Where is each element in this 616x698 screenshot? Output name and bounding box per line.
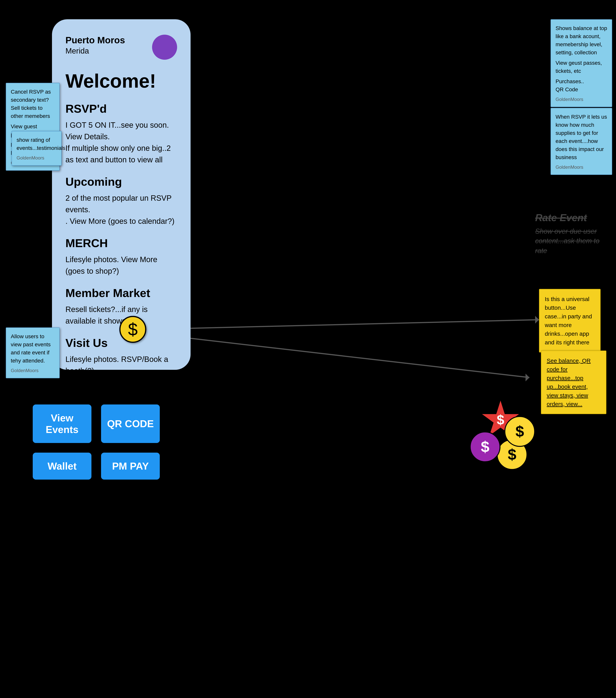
- sticky-note-left-2: show rating of events...testimonials Gol…: [12, 131, 61, 166]
- rate-event-subtitle: Show over due user content...ask them to…: [535, 226, 612, 255]
- sticky-right-1-text1: Shows balance at top like a bank acount,…: [556, 24, 607, 57]
- svg-line-1: [146, 333, 529, 377]
- sticky-yellow-1-text: Is this a universal button...Use case...…: [545, 295, 595, 347]
- view-events-button[interactable]: View Events: [33, 404, 91, 443]
- section-member-market: Member Market Resell tickets?...if any i…: [66, 287, 177, 327]
- sticky-yellow-1: Is this a universal button...Use case...…: [539, 289, 601, 352]
- user-location: Merida: [66, 46, 125, 56]
- section-merch-body: Lifesyle photos. View More (goes to shop…: [66, 254, 177, 277]
- svg-marker-2: [535, 316, 539, 324]
- sticky-note-left-3: Allow users to view past events and rate…: [6, 327, 60, 378]
- section-visit-us-body: Lifesyle photos. RSVP/Book a booth(?): [66, 353, 177, 377]
- section-merch-title: MERCH: [66, 237, 177, 250]
- sticky-right-1-brand: GoldenMoors: [556, 97, 607, 102]
- section-merch: MERCH Lifesyle photos. View More (goes t…: [66, 237, 177, 277]
- sticky-yellow-2: See balance, QR code for purchase...top …: [541, 351, 606, 414]
- section-member-market-title: Member Market: [66, 287, 177, 300]
- purple-coin: $: [470, 431, 501, 462]
- user-name: Puerto Moros: [66, 35, 125, 46]
- section-rsvpd-title: RSVP'd: [66, 102, 177, 115]
- gold-coin-1: $: [504, 416, 535, 447]
- sticky-left-1-text: Cancel RSVP as secondary text? Sell tick…: [11, 88, 55, 120]
- sticky-right-1-text3: Purchases..QR Code: [556, 78, 607, 94]
- qr-code-button[interactable]: QR CODE: [101, 404, 160, 443]
- phone-header-text: Puerto Moros Merida: [66, 35, 125, 56]
- sticky-right-1-text2: View geust passes, tickets, etc: [556, 59, 607, 75]
- section-past-event-recap-title: Past Event Recap: [66, 386, 177, 400]
- pm-pay-button[interactable]: PM PAY: [101, 452, 160, 479]
- section-upcoming: Upcoming 2 of the most popular un RSVP e…: [66, 175, 177, 227]
- sticky-note-right-1: Shows balance at top like a bank acount,…: [550, 19, 612, 107]
- sticky-left-2-text: show rating of events...testimonials: [17, 136, 57, 152]
- section-rsvpd: RSVP'd I GOT 5 ON IT...see you soon. Vie…: [66, 102, 177, 165]
- section-upcoming-title: Upcoming: [66, 175, 177, 189]
- svg-line-0: [146, 320, 539, 329]
- sticky-left-3-brand: GoldenMoors: [11, 368, 55, 373]
- sticky-note-right-2: When RSVP it lets us know how much suppl…: [550, 108, 612, 175]
- coin-cluster: $ $ $ $: [466, 401, 539, 474]
- rate-event-section: Rate Event Show over due user content...…: [535, 212, 612, 255]
- section-rsvpd-body: I GOT 5 ON IT...see you soon. View Detai…: [66, 119, 177, 165]
- bottom-buttons: View Events QR CODE Wallet PM PAY: [33, 404, 160, 479]
- avatar: [152, 35, 177, 60]
- phone-header: Puerto Moros Merida: [66, 35, 177, 60]
- sticky-left-3-text: Allow users to view past events and rate…: [11, 332, 55, 365]
- svg-marker-3: [526, 374, 529, 381]
- wallet-button[interactable]: Wallet: [33, 452, 91, 479]
- sticky-left-2-brand: GoldenMoors: [17, 155, 57, 160]
- welcome-heading: Welcome!: [66, 71, 177, 90]
- sticky-right-2-text: When RSVP it lets us know how much suppl…: [556, 113, 607, 162]
- sticky-yellow-2-text: See balance, QR code for purchase...top …: [547, 356, 601, 408]
- section-visit-us: Visit Us Lifesyle photos. RSVP/Book a bo…: [66, 336, 177, 377]
- rate-event-title: Rate Event: [535, 212, 612, 223]
- section-upcoming-body: 2 of the most popular un RSVP events.. V…: [66, 192, 177, 227]
- dollar-icon: $: [119, 316, 146, 343]
- sticky-right-2-brand: GoldenMoors: [556, 165, 607, 170]
- section-visit-us-title: Visit Us: [66, 336, 177, 350]
- phone-card: Puerto Moros Merida Welcome! RSVP'd I GO…: [52, 19, 190, 370]
